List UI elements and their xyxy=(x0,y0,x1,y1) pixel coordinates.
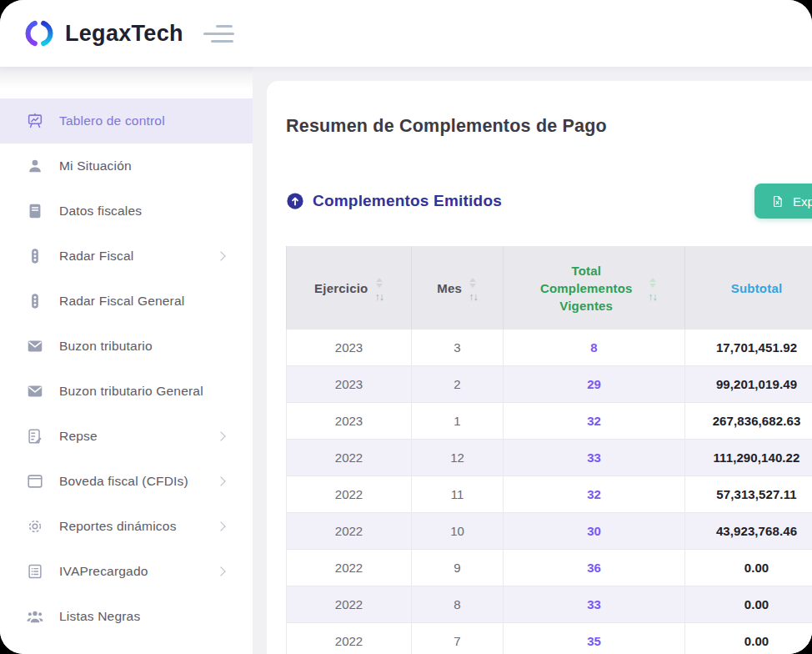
cell-subtotal: 111,290,140.22 xyxy=(685,440,812,476)
column-header-ejercicio[interactable]: Ejercicio ↑↓ xyxy=(287,246,412,330)
arrow-up-circle-icon[interactable] xyxy=(286,192,304,210)
sidebar-item[interactable]: Listas Negras xyxy=(0,594,253,639)
sidebar-item-label: Mi Situación xyxy=(59,158,132,174)
sidebar-item-label: Buzon tributario General xyxy=(59,384,203,399)
sort-control[interactable]: ↑↓ xyxy=(374,278,383,303)
column-label: Ejercicio xyxy=(314,281,368,295)
table-row[interactable]: 2023 1 32 267,836,682.63 xyxy=(287,403,812,440)
cell-total-vigentes[interactable]: 32 xyxy=(504,403,685,440)
sidebar-item-label: Radar Fiscal General xyxy=(59,294,184,309)
content-card: Resumen de Complementos de Pago Compleme… xyxy=(267,81,812,654)
sidebar-item-icon xyxy=(25,246,45,266)
column-label: Subtotal xyxy=(731,281,783,295)
sidebar-item-label: Repse xyxy=(59,429,98,444)
sidebar-nav: Tablero de control Mi Situación Datos fi… xyxy=(0,98,253,654)
sort-caret-icon xyxy=(376,278,383,288)
sidebar-item-icon xyxy=(25,471,45,491)
cell-ejercicio: 2022 xyxy=(287,550,412,586)
column-label: Mes xyxy=(437,281,462,295)
brand-logo[interactable]: LegaxTech xyxy=(23,18,183,49)
app-window: LegaxTech Tablero de control Mi Situació… xyxy=(0,0,812,654)
sort-arrows-icon: ↑↓ xyxy=(469,291,478,303)
cell-ejercicio: 2022 xyxy=(287,623,412,654)
cell-ejercicio: 2022 xyxy=(287,513,412,550)
chevron-right-icon xyxy=(216,521,225,531)
table-row[interactable]: 2023 3 8 17,701,451.92 xyxy=(287,330,812,366)
sidebar-item[interactable]: Metadata xyxy=(0,639,253,654)
sidebar-item[interactable]: Buzon tributario xyxy=(0,324,253,369)
cell-subtotal: 0.00 xyxy=(685,623,812,654)
cell-total-vigentes[interactable]: 8 xyxy=(504,330,685,366)
excel-file-icon xyxy=(770,194,784,209)
chevron-right-icon xyxy=(216,476,225,485)
cell-total-vigentes[interactable]: 30 xyxy=(504,513,685,550)
sort-control[interactable]: ↑↓ xyxy=(648,278,657,303)
sidebar-item-label: Reportes dinámicos xyxy=(59,519,177,534)
cell-subtotal: 267,836,682.63 xyxy=(685,403,812,440)
sidebar-item[interactable]: Boveda fiscal (CFDIs) xyxy=(0,459,253,504)
brand-name: LegaxTech xyxy=(65,21,183,47)
cell-total-vigentes[interactable]: 33 xyxy=(504,440,685,476)
table-row[interactable]: 2022 7 35 0.00 xyxy=(287,623,812,654)
column-header-total-vigentes[interactable]: Total Complementos Vigentes ↑↓ xyxy=(504,246,685,330)
table-row[interactable]: 2022 9 36 0.00 xyxy=(287,550,812,586)
table-row[interactable]: 2022 8 33 0.00 xyxy=(287,586,812,623)
export-button-label: Exportar xyxy=(793,194,812,209)
cell-mes: 8 xyxy=(412,586,504,623)
page-title: Resumen de Complementos de Pago xyxy=(286,116,812,137)
cell-ejercicio: 2023 xyxy=(287,366,412,403)
cell-ejercicio: 2023 xyxy=(287,330,412,366)
sidebar-item[interactable]: Radar Fiscal General xyxy=(0,279,253,324)
sort-caret-icon xyxy=(649,278,656,288)
sidebar-item-icon xyxy=(25,381,45,401)
cell-total-vigentes[interactable]: 33 xyxy=(504,586,685,623)
sidebar-item-icon xyxy=(25,336,45,356)
sidebar-item[interactable]: Reportes dinámicos xyxy=(0,504,253,549)
cell-mes: 1 xyxy=(412,403,504,440)
sidebar-item-label: Listas Negras xyxy=(59,609,140,624)
cell-ejercicio: 2022 xyxy=(287,440,412,476)
sort-arrows-icon: ↑↓ xyxy=(648,291,657,303)
sidebar: Tablero de control Mi Situación Datos fi… xyxy=(0,67,253,654)
table-row[interactable]: 2023 2 29 99,201,019.49 xyxy=(287,366,812,403)
cell-mes: 10 xyxy=(412,513,504,550)
cell-total-vigentes[interactable]: 29 xyxy=(504,366,685,403)
complementos-table: Ejercicio ↑↓ Mes xyxy=(286,246,812,654)
table-row[interactable]: 2022 12 33 111,290,140.22 xyxy=(287,440,812,476)
sidebar-item[interactable]: Datos fiscales xyxy=(0,189,253,234)
sidebar-item[interactable]: Tablero de control xyxy=(0,98,253,143)
cell-mes: 11 xyxy=(412,476,504,513)
sidebar-item-icon xyxy=(25,201,45,221)
cell-total-vigentes[interactable]: 35 xyxy=(504,623,685,654)
sidebar-item-label: Datos fiscales xyxy=(59,204,142,219)
table-row[interactable]: 2022 11 32 57,313,527.11 xyxy=(287,476,812,513)
sidebar-item[interactable]: Buzon tributario General xyxy=(0,369,253,414)
sidebar-item[interactable]: Radar Fiscal xyxy=(0,234,253,279)
table-row[interactable]: 2022 10 30 43,923,768.46 xyxy=(287,513,812,550)
cell-subtotal: 43,923,768.46 xyxy=(685,513,812,550)
column-header-mes[interactable]: Mes ↑↓ xyxy=(412,246,504,330)
cell-ejercicio: 2022 xyxy=(287,476,412,513)
menu-toggle-button[interactable] xyxy=(203,25,235,43)
cell-mes: 3 xyxy=(412,330,504,366)
cell-total-vigentes[interactable]: 32 xyxy=(504,476,685,513)
sidebar-item[interactable]: IVAPrecargado xyxy=(0,549,253,594)
cell-mes: 2 xyxy=(412,366,504,403)
chevron-right-icon xyxy=(216,251,225,260)
chevron-right-icon xyxy=(216,431,225,440)
menu-line xyxy=(203,33,234,35)
cell-ejercicio: 2022 xyxy=(287,586,412,623)
sidebar-item-icon xyxy=(25,561,45,581)
sidebar-item-icon xyxy=(25,291,45,311)
cell-mes: 7 xyxy=(412,623,504,654)
sidebar-item-label: IVAPrecargado xyxy=(59,564,148,579)
sort-control[interactable]: ↑↓ xyxy=(469,278,478,303)
sidebar-item-icon xyxy=(25,111,45,131)
sidebar-item[interactable]: Repse xyxy=(0,414,253,459)
sidebar-item[interactable]: Mi Situación xyxy=(0,143,253,189)
sidebar-item-label: Radar Fiscal xyxy=(59,249,133,264)
export-button[interactable]: Exportar xyxy=(754,184,812,219)
cell-total-vigentes[interactable]: 36 xyxy=(504,550,685,586)
cell-subtotal: 0.00 xyxy=(685,586,812,623)
column-label: Total Complementos Vigentes xyxy=(531,262,641,314)
